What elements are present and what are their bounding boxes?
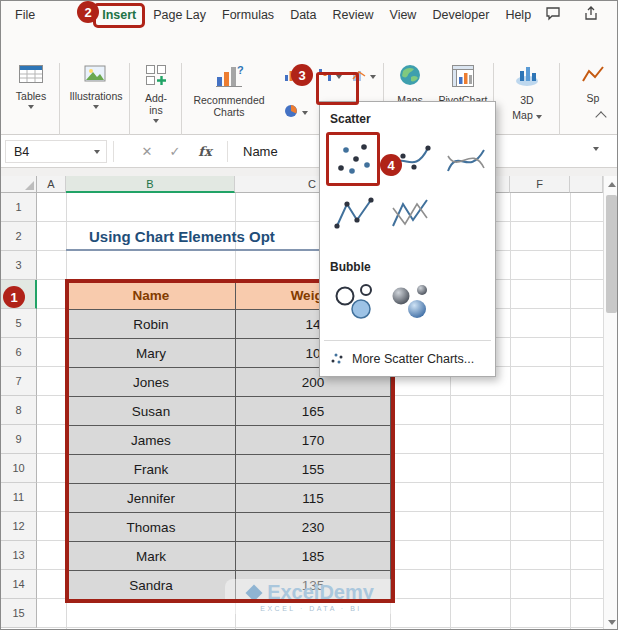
group-divider: [559, 63, 560, 137]
tables-icon: [18, 63, 44, 87]
row-header-3[interactable]: 3: [1, 251, 37, 280]
name-box[interactable]: B4: [5, 140, 107, 163]
column-header-f[interactable]: F: [510, 176, 570, 193]
group-divider: [59, 63, 60, 137]
bubble-3d-option[interactable]: [386, 278, 434, 326]
insert-pie-chart-button[interactable]: [281, 101, 310, 125]
formula-bar-expand-chevron-icon[interactable]: [593, 147, 599, 151]
row-header-12[interactable]: 12: [1, 512, 37, 541]
recommended-charts-button[interactable]: ? Recommended Charts: [187, 63, 271, 143]
table-cell-name[interactable]: Mary: [67, 339, 236, 368]
table-cell-name[interactable]: Jones: [67, 368, 236, 397]
row-header-9[interactable]: 9: [1, 425, 37, 454]
scatter-straight-markers-option[interactable]: [330, 190, 378, 238]
more-scatter-charts-icon: [330, 351, 344, 368]
annotation-step-2: 2: [77, 1, 99, 23]
share-icon[interactable]: [583, 5, 599, 25]
enter-button[interactable]: ✓: [163, 140, 187, 163]
table-cell-weight[interactable]: 185: [236, 542, 391, 571]
group-divider: [181, 63, 182, 137]
table-row: Susan 165: [67, 397, 391, 426]
tab-data[interactable]: Data: [282, 2, 324, 28]
scrollbar-thumb[interactable]: [606, 195, 617, 313]
row-header-7[interactable]: 7: [1, 367, 37, 396]
formula-bar-content[interactable]: Name: [243, 140, 278, 163]
table-cell-name[interactable]: James: [67, 426, 236, 455]
scatter-smooth-lines-option[interactable]: [442, 136, 490, 184]
table-cell-weight[interactable]: 170: [236, 426, 391, 455]
row-header-10[interactable]: 10: [1, 454, 37, 483]
comments-icon[interactable]: [545, 5, 561, 25]
row-header-15[interactable]: 15: [1, 599, 37, 628]
row-header-2[interactable]: 2: [1, 222, 37, 251]
cancel-button[interactable]: ✕: [135, 140, 159, 163]
name-box-value: B4: [14, 145, 29, 159]
row-header-1[interactable]: 1: [1, 193, 37, 222]
column-header-b[interactable]: B: [66, 176, 235, 193]
insert-function-button[interactable]: fx: [193, 140, 217, 163]
illustrations-button[interactable]: Illustrations: [65, 63, 127, 143]
divider: [227, 141, 228, 162]
table-row: Thomas 230: [67, 513, 391, 542]
tab-review[interactable]: Review: [325, 2, 382, 28]
table-cell-weight[interactable]: 230: [236, 513, 391, 542]
row-header-5[interactable]: 5: [1, 309, 37, 338]
table-cell-name[interactable]: Susan: [67, 397, 236, 426]
watermark-brand: ExcelDemy: [267, 581, 374, 604]
annotation-step-3: 3: [291, 64, 313, 86]
table-cell-name[interactable]: Thomas: [67, 513, 236, 542]
bubble-option[interactable]: [330, 278, 378, 326]
3d-map-button[interactable]: 3D Map: [499, 63, 555, 143]
addins-button[interactable]: Add-ins: [133, 63, 179, 143]
scatter-option[interactable]: [330, 136, 378, 184]
table-cell-weight[interactable]: 165: [236, 397, 391, 426]
recommended-charts-label: Recommended Charts: [187, 94, 271, 118]
formula-bar: B4 ✕ ✓ fx Name: [1, 135, 617, 168]
table-cell-name[interactable]: Jennifer: [67, 484, 236, 513]
scatter-straight-lines-option[interactable]: [386, 190, 434, 238]
dropdown-chevron-icon: [536, 115, 542, 119]
table-row: Jennifer 115: [67, 484, 391, 513]
scroll-up-button[interactable]: [604, 176, 618, 193]
dropdown-chevron-icon: [336, 75, 342, 79]
tables-button[interactable]: Tables: [7, 63, 55, 143]
insert-waterfall-chart-button[interactable]: [315, 65, 344, 89]
dropdown-chevron-icon: [370, 75, 376, 79]
tab-view[interactable]: View: [382, 2, 425, 28]
tab-help[interactable]: Help: [497, 2, 539, 28]
scroll-down-icon: [608, 620, 616, 625]
bubble-section-heading: Bubble: [330, 260, 371, 274]
table-cell-name[interactable]: Mark: [67, 542, 236, 571]
sparklines-button-partial[interactable]: Sp: [567, 63, 618, 143]
table-cell-weight[interactable]: 155: [236, 455, 391, 484]
row-header-13[interactable]: 13: [1, 541, 37, 570]
pivotchart-icon: [450, 63, 476, 91]
table-row: James 170: [67, 426, 391, 455]
scroll-down-button[interactable]: [604, 614, 618, 630]
column-header-a[interactable]: A: [37, 176, 66, 193]
dropdown-chevron-icon: [302, 111, 308, 115]
row-header-6[interactable]: 6: [1, 338, 37, 367]
table-cell-name[interactable]: Sandra: [67, 571, 236, 600]
insert-combo-chart-button[interactable]: [349, 65, 378, 89]
illustrations-label: Illustrations: [69, 90, 122, 102]
watermark-tagline: EXCEL · DATA · BI: [225, 605, 397, 612]
annotation-step-4: 4: [380, 154, 402, 176]
tab-file[interactable]: File: [7, 2, 43, 28]
more-scatter-charts-item[interactable]: More Scatter Charts...: [330, 346, 474, 372]
tab-developer[interactable]: Developer: [424, 2, 497, 28]
vertical-scrollbar[interactable]: [603, 176, 618, 630]
maps-globe-icon: [397, 63, 423, 91]
table-cell-name[interactable]: Robin: [67, 310, 236, 339]
select-all-corner[interactable]: [1, 176, 37, 193]
row-header-8[interactable]: 8: [1, 396, 37, 425]
tab-page-layout[interactable]: Page Lay: [145, 2, 214, 28]
row-header-11[interactable]: 11: [1, 483, 37, 512]
tab-insert[interactable]: Insert: [93, 3, 145, 28]
tab-formulas[interactable]: Formulas: [214, 2, 282, 28]
3d-map-icon: [514, 63, 540, 91]
table-cell-weight[interactable]: 115: [236, 484, 391, 513]
table-header-name[interactable]: Name: [67, 281, 236, 310]
row-header-14[interactable]: 14: [1, 570, 37, 599]
table-cell-name[interactable]: Frank: [67, 455, 236, 484]
